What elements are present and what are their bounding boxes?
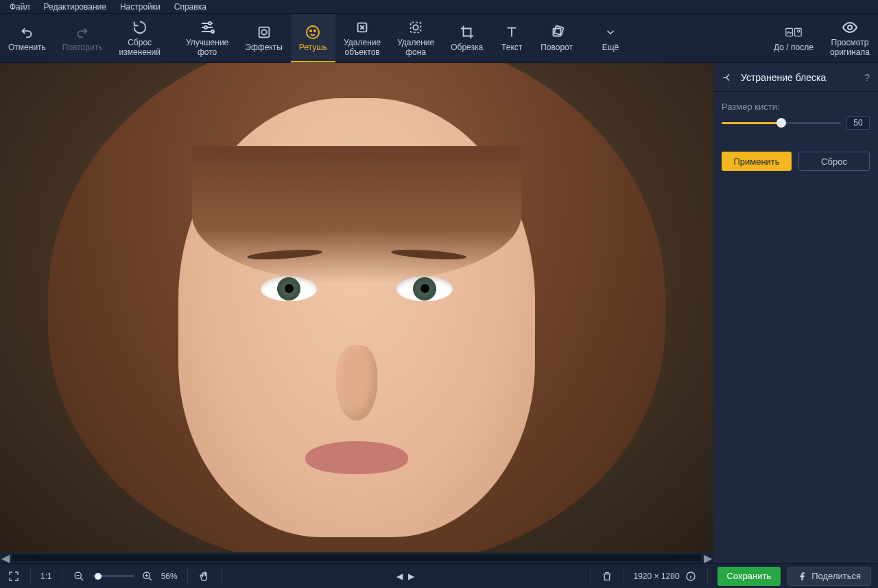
back-arrow-icon[interactable] xyxy=(722,71,734,84)
bottom-bar: 1:1 56% ◀ ▶ 1920 × 1280 Сохранить Подели… xyxy=(0,563,878,588)
photo-eye-right xyxy=(396,277,453,301)
facebook-icon xyxy=(798,572,807,581)
image-canvas[interactable] xyxy=(0,63,713,552)
text-button[interactable]: Текст xyxy=(491,14,532,62)
object-removal-button[interactable]: Удаление объектов xyxy=(335,14,389,62)
view-original-button[interactable]: Просмотр оригинала xyxy=(822,14,878,62)
undo-icon xyxy=(19,24,35,40)
zoom-percent: 56% xyxy=(161,572,178,581)
brush-size-value[interactable]: 50 xyxy=(846,116,870,130)
panel-body: Размер кисти: 50 Применить Сброс xyxy=(713,92,878,180)
more-label: Ещё xyxy=(602,43,619,52)
sliders-icon xyxy=(199,19,215,36)
bottom-separator-2 xyxy=(62,568,62,585)
enhance-button[interactable]: Улучшение фото xyxy=(178,14,237,62)
info-icon[interactable] xyxy=(684,569,698,583)
reset-label: Сброс изменений xyxy=(119,38,160,56)
redo-label: Повторить xyxy=(62,43,103,52)
share-label: Поделиться xyxy=(811,571,861,581)
side-panel: Устранение блеска ? Размер кисти: 50 При… xyxy=(713,63,878,563)
before-after-button[interactable]: До / после xyxy=(766,14,822,62)
rotate-button-icon xyxy=(549,24,565,40)
crop-button[interactable]: Обрезка xyxy=(442,14,491,62)
redo-button[interactable]: Повторить xyxy=(54,14,111,62)
more-button[interactable]: Ещё xyxy=(590,21,631,55)
zoom-slider[interactable] xyxy=(93,575,134,577)
scroll-right-icon[interactable]: ▶ xyxy=(702,552,713,563)
main-area: ◀ ▶ Устранение блеска ? Размер кисти: 50… xyxy=(0,63,878,563)
zoom-out-icon[interactable] xyxy=(72,569,86,583)
text-icon xyxy=(503,24,520,40)
svg-point-5 xyxy=(307,26,319,38)
svg-point-6 xyxy=(310,30,311,32)
svg-point-7 xyxy=(314,30,316,32)
panel-reset-button[interactable]: Сброс xyxy=(798,152,870,171)
object-removal-label: Удаление объектов xyxy=(344,38,381,56)
bottom-separator-4 xyxy=(221,568,222,585)
scroll-track[interactable] xyxy=(12,554,701,561)
photo-bangs xyxy=(192,146,521,283)
retouch-label: Ретушь xyxy=(299,43,327,52)
brush-size-slider[interactable] xyxy=(722,122,841,124)
trash-icon[interactable] xyxy=(600,569,614,583)
menu-edit[interactable]: Редактирование xyxy=(37,1,113,13)
svg-point-10 xyxy=(414,25,418,30)
menu-file[interactable]: Файл xyxy=(3,1,37,13)
photo-eye-left xyxy=(261,277,317,301)
fullscreen-icon[interactable] xyxy=(7,569,21,583)
undo-label: Отменить xyxy=(8,43,46,52)
slider-thumb[interactable] xyxy=(776,118,786,128)
brush-size-label: Размер кисти: xyxy=(722,102,870,112)
svg-rect-3 xyxy=(259,27,269,38)
crop-label: Обрезка xyxy=(451,43,483,52)
undo-button[interactable]: Отменить xyxy=(0,14,54,62)
canvas-container: ◀ ▶ xyxy=(0,63,713,563)
image-dimensions: 1920 × 1280 xyxy=(634,572,680,581)
share-button[interactable]: Поделиться xyxy=(787,567,871,586)
menu-settings[interactable]: Настройки xyxy=(113,1,167,13)
retouch-button[interactable]: Ретушь xyxy=(291,14,335,62)
reset-changes-button[interactable]: Сброс изменений xyxy=(110,14,168,62)
enhance-label: Улучшение фото xyxy=(186,38,228,56)
zoom-slider-thumb[interactable] xyxy=(95,573,102,580)
svg-point-4 xyxy=(261,30,266,34)
effects-button[interactable]: Эффекты xyxy=(237,14,291,62)
menu-help[interactable]: Справка xyxy=(167,1,213,13)
scroll-left-icon[interactable]: ◀ xyxy=(0,552,11,563)
panel-title: Устранение блеска xyxy=(741,72,826,83)
svg-point-1 xyxy=(204,26,207,29)
rotate-button[interactable]: Поворот xyxy=(532,14,581,62)
rotate-label: Поворот xyxy=(541,43,573,52)
bottom-separator-5 xyxy=(590,568,591,585)
view-original-label: Просмотр оригинала xyxy=(830,38,870,56)
object-remove-icon xyxy=(354,19,370,36)
face-icon xyxy=(305,24,321,40)
crop-icon xyxy=(459,24,475,40)
chevron-down-icon xyxy=(602,24,619,40)
slider-fill xyxy=(722,122,781,124)
next-image-icon[interactable]: ▶ xyxy=(408,572,414,581)
svg-point-15 xyxy=(798,30,800,32)
prev-image-icon[interactable]: ◀ xyxy=(396,572,403,581)
help-icon[interactable]: ? xyxy=(864,72,870,83)
apply-button[interactable]: Применить xyxy=(722,152,792,171)
bottom-separator-3 xyxy=(187,568,188,585)
text-label: Текст xyxy=(501,43,522,52)
panel-header: Устранение блеска ? xyxy=(713,63,878,92)
redo-icon xyxy=(74,24,91,40)
photo-lips xyxy=(305,441,408,474)
pan-hand-icon[interactable] xyxy=(198,569,211,583)
effects-label: Эффекты xyxy=(245,43,283,52)
effects-icon xyxy=(256,24,272,40)
compare-icon xyxy=(785,24,802,40)
svg-rect-12 xyxy=(554,25,563,34)
photo-nose xyxy=(336,345,377,421)
horizontal-scrollbar[interactable]: ◀ ▶ xyxy=(0,552,713,563)
one-to-one-button[interactable]: 1:1 xyxy=(40,572,52,581)
bg-remove-icon xyxy=(407,19,424,36)
background-removal-button[interactable]: Удаление фона xyxy=(389,14,442,62)
zoom-in-icon[interactable] xyxy=(141,569,154,583)
bottom-separator-7 xyxy=(707,568,708,585)
bottom-separator-6 xyxy=(624,568,624,585)
save-button[interactable]: Сохранить xyxy=(717,567,781,586)
